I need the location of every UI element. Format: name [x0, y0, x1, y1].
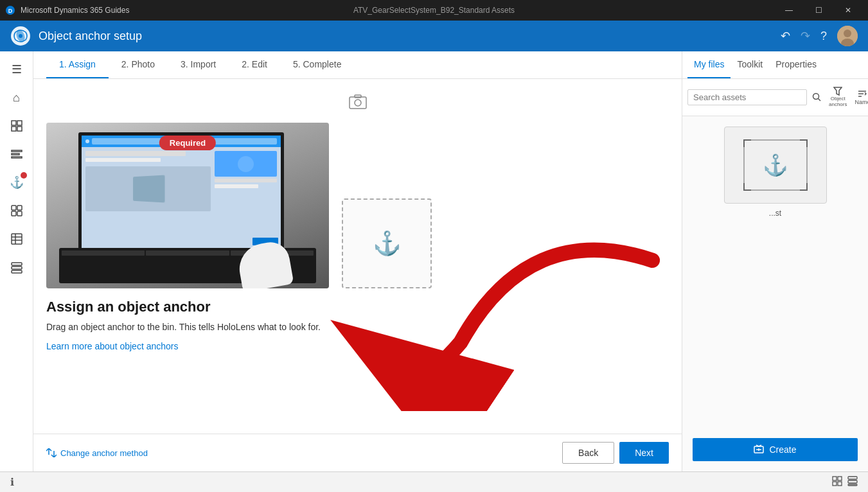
svg-rect-17	[12, 211, 16, 216]
app-icon: D	[5, 5, 15, 15]
sort-icon	[858, 89, 867, 98]
frame-corner-tl	[743, 139, 751, 147]
svg-rect-19	[12, 234, 22, 244]
tab-import[interactable]: 3. Import	[168, 51, 229, 78]
right-panel-content: ⚓ ...st	[682, 116, 868, 438]
svg-rect-40	[833, 477, 837, 480]
grid-view-button[interactable]	[832, 476, 842, 489]
close-button[interactable]: ✕	[833, 0, 863, 21]
svg-line-32	[819, 99, 821, 101]
photo-placeholder	[46, 92, 669, 112]
drop-zone[interactable]: ⚓	[342, 198, 432, 288]
content-row: Assign an object anchor Drag an object a…	[46, 299, 669, 352]
info-icon[interactable]: ℹ	[10, 476, 14, 488]
frame-corner-br	[800, 183, 808, 191]
svg-point-31	[813, 94, 819, 100]
back-button[interactable]: Back	[562, 442, 614, 464]
app-header-title: Object anchor setup	[39, 30, 142, 43]
anchor-card[interactable]: ⚓	[724, 127, 827, 204]
undo-button[interactable]: ↶	[781, 29, 790, 43]
required-badge: Required	[159, 136, 216, 150]
drop-zone-anchor-icon: ⚓	[373, 230, 402, 257]
svg-rect-26	[350, 97, 366, 109]
svg-rect-46	[848, 484, 857, 486]
window-controls: — ☐ ✕	[774, 0, 863, 21]
tab-photo[interactable]: 2. Photo	[109, 51, 168, 78]
sidebar-table-button[interactable]	[4, 226, 30, 252]
help-button[interactable]: ?	[820, 30, 827, 43]
filter-button[interactable]: Object anchors	[826, 84, 849, 110]
sidebar: ☰ ⌂ ⚓	[0, 51, 33, 471]
right-panel-tabs: My files Toolkit Properties	[682, 51, 868, 79]
title-bar: D Microsoft Dynamics 365 Guides ATV_Gear…	[0, 0, 868, 21]
learn-more-link[interactable]: Learn more about object anchors	[46, 341, 178, 351]
search-input[interactable]	[687, 89, 807, 105]
sidebar-home-button[interactable]: ⌂	[4, 85, 30, 110]
svg-point-6	[844, 30, 851, 37]
content-area: 1. Assign 2. Photo 3. Import 2. Edit 5. …	[33, 51, 682, 471]
wizard-content: Required ⚓ Assign an object anchor Drag …	[33, 79, 682, 434]
next-button[interactable]: Next	[619, 442, 669, 464]
footer-nav: Back Next	[562, 442, 669, 464]
anchor-card-icon: ⚓	[763, 153, 788, 177]
sidebar-list-button[interactable]	[4, 254, 30, 280]
svg-rect-45	[848, 480, 857, 483]
svg-rect-9	[17, 121, 22, 125]
svg-point-4	[19, 34, 22, 38]
assign-title: Assign an object anchor	[46, 299, 669, 315]
change-anchor-button[interactable]: Change anchor method	[46, 448, 148, 458]
user-avatar[interactable]	[837, 26, 858, 46]
right-panel-toolbar: Object anchors Name	[682, 79, 868, 116]
svg-rect-41	[838, 477, 842, 480]
search-icon	[812, 92, 821, 101]
sort-button[interactable]: Name	[852, 87, 868, 108]
tab-my-files[interactable]: My files	[687, 51, 731, 78]
main-layout: ☰ ⌂ ⚓	[0, 51, 868, 471]
svg-rect-12	[12, 150, 22, 152]
list-view-button[interactable]	[847, 476, 858, 489]
tab-toolkit[interactable]: Toolkit	[731, 51, 769, 78]
sidebar-steps-button[interactable]	[4, 141, 30, 167]
svg-rect-10	[12, 127, 16, 131]
sidebar-outline-button[interactable]	[4, 113, 30, 139]
assign-description: Drag an object anchor to the bin. This t…	[46, 321, 669, 334]
title-bar-left: D Microsoft Dynamics 365 Guides	[5, 5, 129, 15]
app-name: Microsoft Dynamics 365 Guides	[21, 6, 129, 15]
redo-button[interactable]: ↷	[801, 29, 810, 43]
tab-properties[interactable]: Properties	[769, 51, 823, 78]
create-button[interactable]: Create	[693, 438, 858, 461]
svg-rect-25	[12, 270, 22, 273]
maximize-button[interactable]: ☐	[804, 0, 833, 21]
right-panel: My files Toolkit Properties Object ancho…	[682, 51, 868, 471]
filter-label: Object anchors	[829, 96, 847, 108]
sidebar-grid-button[interactable]	[4, 198, 30, 224]
tab-assign[interactable]: 1. Assign	[46, 51, 109, 78]
sort-label: Name	[855, 99, 868, 105]
sidebar-menu-button[interactable]: ☰	[4, 57, 30, 82]
minimize-button[interactable]: —	[774, 0, 804, 21]
svg-rect-42	[833, 482, 837, 486]
app-header: Object anchor setup ↶ ↷ ?	[0, 21, 868, 51]
svg-rect-16	[17, 206, 22, 210]
doc-name: ATV_GearSelectSystem_B92_Standard Assets	[353, 6, 515, 15]
tab-complete[interactable]: 5. Complete	[280, 51, 354, 78]
svg-rect-11	[17, 127, 22, 131]
search-button[interactable]	[810, 90, 824, 104]
svg-rect-28	[355, 95, 361, 98]
svg-rect-15	[12, 206, 16, 210]
frame-corner-bl	[743, 183, 751, 191]
logo-icon	[10, 26, 31, 46]
tab-edit[interactable]: 2. Edit	[229, 51, 280, 78]
filter-icon	[833, 87, 842, 96]
status-bar: ℹ	[0, 471, 868, 492]
svg-rect-18	[17, 211, 22, 216]
main-section: Required ⚓ Assign an object anchor Drag …	[46, 92, 669, 421]
sidebar-anchor-button[interactable]: ⚓	[4, 170, 30, 195]
change-anchor-label: Change anchor method	[60, 448, 148, 458]
svg-point-27	[355, 100, 361, 106]
swap-icon	[46, 448, 57, 457]
laptop-image: Required	[46, 123, 329, 288]
svg-rect-23	[12, 263, 22, 265]
svg-rect-8	[12, 121, 16, 125]
svg-text:D: D	[8, 8, 13, 14]
